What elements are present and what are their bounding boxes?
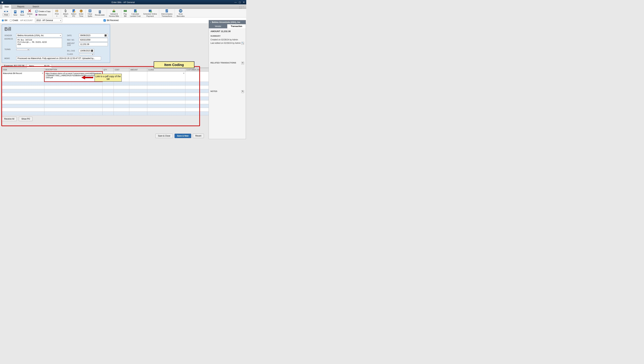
vendor-dropdown[interactable]: Belimo Aircontrols (USA), Inc▾ xyxy=(16,34,62,37)
save-close-button[interactable]: Save & Close xyxy=(156,134,173,138)
tab-reports[interactable]: Reports xyxy=(15,5,27,9)
col-item[interactable]: ITEM xyxy=(2,68,44,72)
terms-dropdown[interactable]: ▾ xyxy=(16,49,30,50)
create-copy-button[interactable]: Create a Copy xyxy=(34,10,51,13)
calendar-icon[interactable] xyxy=(91,50,93,52)
svg-rect-9 xyxy=(36,10,38,12)
credit-radio[interactable]: Credit xyxy=(10,19,18,22)
svg-rect-44 xyxy=(181,10,182,12)
svg-rect-4 xyxy=(21,11,23,12)
scan-barcodes-button[interactable]: Scan Barcodes xyxy=(176,9,186,17)
svg-point-27 xyxy=(100,12,100,13)
address-field[interactable] xyxy=(16,38,62,48)
landed-cost-button[interactable]: $ Calculate Landed Cost xyxy=(129,9,142,17)
select-po-button[interactable]: Select PO xyxy=(70,9,78,17)
print-button[interactable]: Print▾ xyxy=(54,9,60,18)
empty-cell[interactable] xyxy=(2,104,44,108)
col-description[interactable]: DESCRIPTION xyxy=(44,68,102,72)
col-cost[interactable]: COST xyxy=(114,68,129,72)
annotation-arrow-icon xyxy=(81,76,93,79)
svg-rect-5 xyxy=(22,12,23,13)
col-amount[interactable]: AMOUNT xyxy=(129,68,147,72)
refno-field[interactable]: 920321559 xyxy=(79,38,108,42)
save-new-button[interactable]: Save & New xyxy=(174,134,191,138)
description-cell[interactable]: https://makers-demo.s3.us-west-2.amazona… xyxy=(44,72,102,82)
find-button[interactable]: Find xyxy=(3,13,9,16)
audit-icon[interactable]: 🔍 xyxy=(241,42,244,45)
upload-review-button[interactable]: Upload & Review Bills xyxy=(108,9,120,17)
intercompany-button[interactable]: Intercompany Transactions xyxy=(160,9,174,17)
class-dropdown[interactable]: ▾ xyxy=(79,54,94,55)
amount-cell[interactable] xyxy=(129,72,147,82)
annotation-item-coding: Item Coding xyxy=(154,61,194,68)
empty-cell[interactable] xyxy=(2,82,44,86)
empty-cell[interactable] xyxy=(2,93,44,97)
col-class[interactable]: CLASS xyxy=(147,68,185,72)
item-cell[interactable]: MakersHub Bill Record▾ xyxy=(2,72,44,82)
empty-cell[interactable] xyxy=(2,89,44,93)
svg-rect-45 xyxy=(85,77,93,78)
panel-summary-heading: SUMMARY xyxy=(210,35,244,37)
schedule-online-button[interactable]: $ Schedule Online Payment xyxy=(142,9,158,17)
panel-created-line: Created on 02/26/24 by Admin xyxy=(210,38,244,41)
date-field[interactable]: 09/06/2023 xyxy=(79,34,108,37)
enter-time-button[interactable]: Enter Time xyxy=(78,9,85,17)
expenses-tab[interactable]: Expenses$12,232.38 xyxy=(2,64,26,68)
ap-account-dropdown[interactable]: 2010 · AP General▾ xyxy=(35,19,62,22)
window-title: Enter Bills - AP General xyxy=(112,1,134,4)
receive-all-button[interactable]: Receive All xyxy=(2,117,17,121)
panel-tab-transaction[interactable]: Transaction xyxy=(227,24,246,28)
bill-received-checkbox[interactable]: Bill Received xyxy=(104,19,118,22)
svg-marker-46 xyxy=(81,76,85,79)
calendar-icon[interactable] xyxy=(104,35,106,37)
pay-bill-button[interactable]: $ Pay Bill xyxy=(122,9,129,17)
chevron-right-icon: › xyxy=(210,21,211,24)
memo-field[interactable]: Processed via MakersHub. Fully approved … xyxy=(16,57,101,60)
empty-cell[interactable] xyxy=(2,112,44,115)
tab-search[interactable]: Search xyxy=(30,5,41,9)
edit-icon[interactable]: ✎ xyxy=(241,90,244,93)
bill-form: Bill VENDOR Belimo Aircontrols (USA), In… xyxy=(2,25,110,63)
attach-file-button[interactable]: Attach File xyxy=(62,9,70,17)
bill-due-field[interactable]: 10/06/2023 xyxy=(79,49,94,53)
nav-forward-icon[interactable]: ► xyxy=(6,10,9,13)
save-button[interactable]: Save xyxy=(19,10,26,16)
col-qty[interactable]: QTY xyxy=(102,68,114,72)
svg-rect-13 xyxy=(56,11,58,12)
panel-tab-vendor[interactable]: Vendor xyxy=(209,24,227,28)
maximize-icon[interactable]: ◻ xyxy=(239,1,241,4)
delete-button[interactable]: Delete▾ xyxy=(26,9,34,18)
empty-cell[interactable] xyxy=(2,86,44,89)
clear-splits-button[interactable]: Clear Splits xyxy=(86,9,94,17)
nav-back-icon[interactable]: ◄ xyxy=(3,10,6,13)
expand-icon[interactable]: ⛶ xyxy=(239,6,242,9)
show-po-button[interactable]: Show PO xyxy=(19,117,32,121)
bill-radio[interactable]: Bill xyxy=(2,19,7,22)
recalculate-button[interactable]: Recalculate xyxy=(94,10,106,16)
amount-due-field[interactable]: 12,232.38 xyxy=(79,43,108,46)
svg-rect-2 xyxy=(14,12,16,12)
svg-rect-38 xyxy=(166,9,168,12)
empty-cell[interactable] xyxy=(2,100,44,104)
items-grid: ITEM DESCRIPTION QTY COST AMOUNT CLASS C… xyxy=(2,68,244,115)
svg-point-24 xyxy=(100,12,100,12)
close-icon[interactable]: ✕ xyxy=(243,1,245,4)
window-menu-icon[interactable]: ▣ xyxy=(1,1,3,4)
empty-cell[interactable] xyxy=(2,108,44,112)
svg-point-23 xyxy=(100,12,100,12)
svg-rect-42 xyxy=(180,10,181,12)
tab-main[interactable]: Main xyxy=(2,5,12,9)
collapse-ribbon-icon[interactable]: ˇ xyxy=(243,6,244,9)
new-button[interactable]: New xyxy=(12,10,19,16)
revert-button[interactable]: Revert xyxy=(193,134,204,138)
minimize-icon[interactable]: — xyxy=(234,1,237,4)
panel-amount: AMOUNT 12,232.38 xyxy=(210,30,244,33)
refresh-icon[interactable]: ↻ xyxy=(241,62,244,65)
svg-point-22 xyxy=(99,12,100,12)
items-tab[interactable]: Items$0.00 xyxy=(26,64,52,68)
empty-cell[interactable] xyxy=(2,97,44,100)
memorize-button[interactable]: Memorize xyxy=(34,13,51,17)
panel-header[interactable]: › Belimo Aircontrols (USA), Inc xyxy=(209,20,246,24)
bill-heading: Bill xyxy=(4,26,108,32)
class-cell[interactable]: ▾ xyxy=(147,72,185,82)
